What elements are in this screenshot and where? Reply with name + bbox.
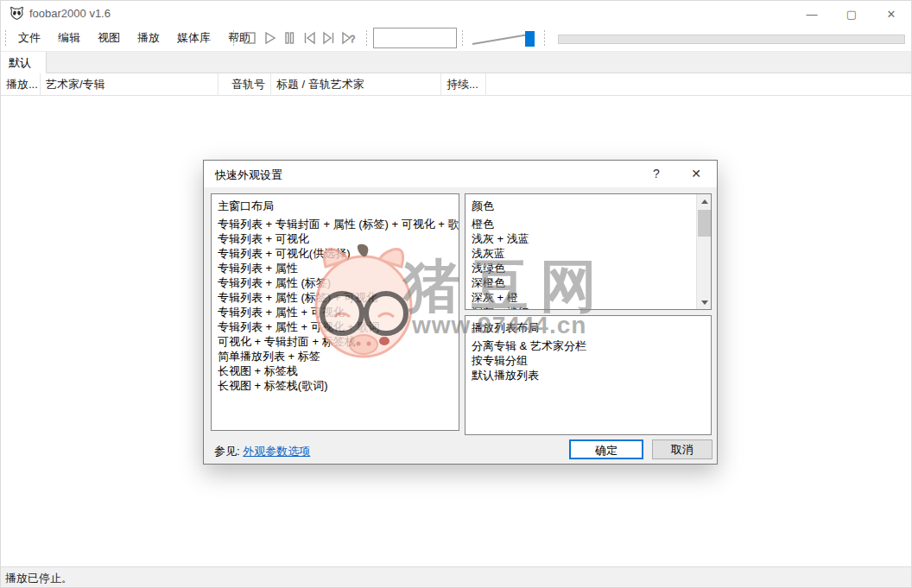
window-controls: — ▢ ✕ xyxy=(792,1,911,27)
pause-button[interactable] xyxy=(279,28,299,48)
list-item[interactable]: 浅绿色 xyxy=(472,261,711,275)
menu-item[interactable]: 视图 xyxy=(89,25,129,51)
menu-item[interactable]: 媒体库 xyxy=(168,25,219,51)
see-also: 参见: 外观参数选项 xyxy=(214,444,310,459)
app-window: foobar2000 v1.6 — ▢ ✕ 文件编辑视图播放媒体库帮助 xyxy=(0,0,912,588)
list-item[interactable]: 专辑列表 + 属性 + 可视化 + 歌词 xyxy=(218,319,459,334)
stop-button[interactable] xyxy=(239,28,259,48)
list-item[interactable]: 可视化 + 专辑封面 + 标签栈 xyxy=(218,334,459,349)
column-title-artist[interactable]: 标题 / 音轨艺术家 xyxy=(271,73,441,96)
toolbar-grip[interactable] xyxy=(543,29,547,47)
svg-text:?: ? xyxy=(350,34,355,44)
list-item[interactable]: 深橙色 xyxy=(472,275,711,290)
list-item[interactable]: 浅灰蓝 xyxy=(472,246,711,261)
list-header-main-layout: 主窗口布局 xyxy=(218,199,459,213)
search-input[interactable] xyxy=(373,28,457,48)
dialog-footer: 参见: 外观参数选项 确定 取消 xyxy=(204,435,717,465)
list-item[interactable]: 深灰 + 淡红 xyxy=(472,305,711,310)
main-layout-listbox[interactable]: 主窗口布局 专辑列表 + 专辑封面 + 属性 (标签) + 可视化 + 歌词专辑… xyxy=(211,193,459,431)
menu-item[interactable]: 编辑 xyxy=(49,25,89,51)
appearance-preferences-link[interactable]: 外观参数选项 xyxy=(243,445,310,458)
column-duration[interactable]: 持续... xyxy=(441,73,486,96)
see-also-label: 参见: xyxy=(214,445,240,458)
dialog-close-icon[interactable]: ✕ xyxy=(686,167,706,180)
list-item[interactable]: 橙色 xyxy=(472,217,711,231)
list-item[interactable]: 专辑列表 + 属性 xyxy=(218,261,459,275)
next-button[interactable] xyxy=(319,28,339,48)
stop-icon xyxy=(242,30,257,46)
list-item[interactable]: 按专辑分组 xyxy=(472,353,711,368)
ok-button[interactable]: 确定 xyxy=(569,439,643,459)
dialog-title-bar: 快速外观设置 ? ✕ xyxy=(204,161,717,187)
list-item[interactable]: 专辑列表 + 可视化(供选择) xyxy=(218,246,459,261)
playlist-tab-strip: 默认 xyxy=(1,51,911,73)
next-icon xyxy=(321,30,337,46)
list-item[interactable]: 长视图 + 标签栈(歌词) xyxy=(218,378,459,393)
list-item[interactable]: 简单播放列表 + 标签 xyxy=(218,349,459,364)
toolbar-grip[interactable] xyxy=(4,29,8,47)
list-item[interactable]: 长视图 + 标签栈 xyxy=(218,364,459,378)
play-button[interactable] xyxy=(259,28,279,48)
dialog-help-icon[interactable]: ? xyxy=(648,167,665,180)
list-item[interactable]: 专辑列表 + 属性 + 可视化 xyxy=(218,305,459,319)
status-bar: 播放已停止。 xyxy=(1,566,911,588)
playback-buttons: ? xyxy=(239,25,358,51)
volume-thumb[interactable] xyxy=(525,31,535,47)
colors-listbox[interactable]: 颜色 橙色浅灰 + 浅蓝浅灰蓝浅绿色深橙色深灰 + 橙深灰 + 淡红 xyxy=(465,193,712,310)
toolbar-grip[interactable] xyxy=(232,29,236,47)
colors-scrollbar[interactable] xyxy=(696,194,711,309)
quick-appearance-dialog: 快速外观设置 ? ✕ 主窗口布局 专辑列表 + 专辑封面 + 属性 (标签) +… xyxy=(203,160,718,465)
toolbar-grip[interactable] xyxy=(461,29,465,47)
pause-icon xyxy=(282,30,297,46)
dialog-title: 快速外观设置 xyxy=(215,168,282,183)
column-track-number[interactable]: 音轨号 xyxy=(218,73,271,96)
list-item[interactable]: 分离专辑 & 艺术家分栏 xyxy=(472,338,711,353)
column-artist-album[interactable]: 艺术家/专辑 xyxy=(41,73,218,96)
list-header-colors: 颜色 xyxy=(472,199,711,213)
list-item[interactable]: 专辑列表 + 专辑封面 + 属性 (标签) + 可视化 + 歌词 xyxy=(218,217,459,231)
title-bar: foobar2000 v1.6 — ▢ ✕ xyxy=(1,1,911,25)
maximize-button[interactable]: ▢ xyxy=(832,1,871,27)
playlist-column-header: 播放... 艺术家/专辑 音轨号 标题 / 音轨艺术家 持续... xyxy=(1,73,911,96)
volume-slider[interactable] xyxy=(468,31,539,47)
app-logo-icon xyxy=(10,6,24,21)
menu-bar: 文件编辑视图播放媒体库帮助 xyxy=(10,25,259,51)
cancel-button[interactable]: 取消 xyxy=(652,439,712,459)
list-item[interactable]: 专辑列表 + 属性 (标签) + 可视化 xyxy=(218,290,459,305)
list-item[interactable]: 专辑列表 + 可视化 xyxy=(218,231,459,246)
previous-button[interactable] xyxy=(299,28,319,48)
close-button[interactable]: ✕ xyxy=(871,1,911,27)
menu-item[interactable]: 播放 xyxy=(129,25,168,51)
main-layout-items: 专辑列表 + 专辑封面 + 属性 (标签) + 可视化 + 歌词专辑列表 + 可… xyxy=(218,217,459,393)
play-icon xyxy=(262,30,277,46)
color-items: 橙色浅灰 + 浅蓝浅灰蓝浅绿色深橙色深灰 + 橙深灰 + 淡红 xyxy=(472,217,711,310)
playlist-tab-default[interactable]: 默认 xyxy=(1,52,47,74)
scroll-up-icon[interactable] xyxy=(697,194,712,208)
previous-icon xyxy=(301,30,317,46)
playlist-layout-listbox[interactable]: 播放列表布局 分离专辑 & 艺术家分栏按专辑分组默认播放列表 xyxy=(465,315,712,435)
list-header-playlist-layout: 播放列表布局 xyxy=(472,320,711,335)
random-icon: ? xyxy=(340,30,358,46)
random-button[interactable]: ? xyxy=(339,28,358,48)
scroll-down-icon[interactable] xyxy=(697,295,712,309)
toolbar: 文件编辑视图播放媒体库帮助 ? xyxy=(1,25,911,51)
list-item[interactable]: 深灰 + 橙 xyxy=(472,290,711,305)
menu-item[interactable]: 文件 xyxy=(10,25,49,51)
list-item[interactable]: 浅灰 + 浅蓝 xyxy=(472,231,711,246)
list-item[interactable]: 专辑列表 + 属性 (标签) xyxy=(218,275,459,290)
list-item[interactable]: 默认播放列表 xyxy=(472,368,711,383)
toolbar-grip[interactable] xyxy=(365,29,369,47)
seek-bar[interactable] xyxy=(558,35,905,44)
playlist-layout-items: 分离专辑 & 艺术家分栏按专辑分组默认播放列表 xyxy=(472,338,711,383)
minimize-button[interactable]: — xyxy=(792,1,832,27)
column-playing[interactable]: 播放... xyxy=(1,73,41,96)
scrollbar-thumb[interactable] xyxy=(698,210,711,237)
window-title: foobar2000 v1.6 xyxy=(29,7,111,20)
